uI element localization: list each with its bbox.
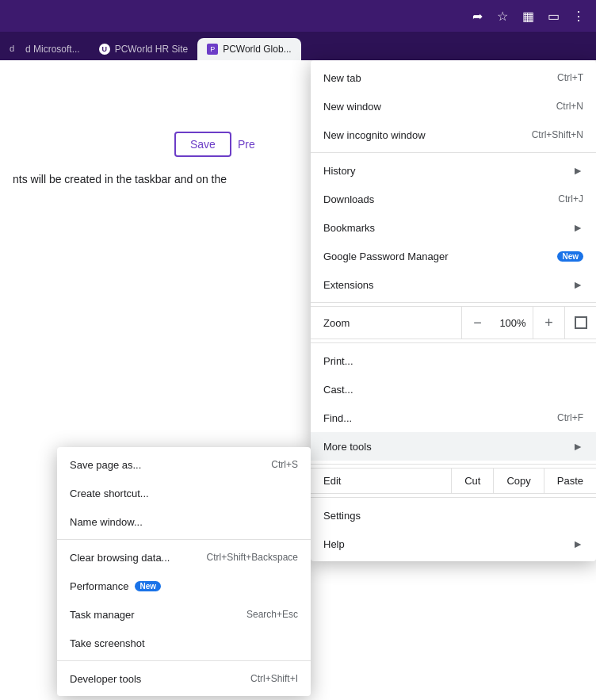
menu-item-find[interactable]: Find... Ctrl+F [311,404,596,432]
menu-item-performance[interactable]: Performance New [57,572,311,600]
menu-item-take-screenshot[interactable]: Take screenshot [57,629,311,657]
separator-2 [311,302,596,303]
copy-button[interactable]: Copy [493,469,543,493]
separator-5 [311,497,596,498]
tab-pcworld-hr[interactable]: U PCWorld HR Site [90,38,197,60]
edit-label: Edit [311,469,451,493]
menu-item-clear-browsing-data-shortcut: Ctrl+Shift+Backspace [207,552,298,563]
cut-button[interactable]: Cut [451,469,493,493]
password-manager-badge: New [557,251,583,262]
menu-item-downloads-shortcut: Ctrl+J [558,193,583,205]
menu-item-name-window[interactable]: Name window... [57,507,311,536]
menu-item-extensions[interactable]: Extensions ► [311,270,596,299]
menu-item-new-tab-shortcut: Ctrl+T [557,72,583,83]
menu-item-new-window-shortcut: Ctrl+N [556,101,583,112]
zoom-increase-button[interactable]: + [533,307,564,339]
puzzle-icon[interactable]: ▦ [517,5,539,27]
tab-pcworld-glob-favicon: P [207,44,218,55]
separator-3 [311,342,596,343]
zoom-controls: − 100% + [461,307,596,339]
menu-item-history-label: History [323,165,355,177]
menu-item-password-manager[interactable]: Google Password Manager New [311,242,596,270]
tab-pcworld-glob[interactable]: P PCWorld Glob... [197,38,300,60]
menu-item-help[interactable]: Help ► [311,530,596,558]
tab-microsoft-label: d Microsoft... [25,44,80,55]
menu-item-save-page-as-shortcut: Ctrl+S [271,459,298,470]
menu-item-save-page-as[interactable]: Save page as... Ctrl+S [57,450,311,479]
menu-item-bookmarks[interactable]: Bookmarks ► [311,213,596,242]
zoom-value: 100% [493,317,533,329]
zoom-decrease-button[interactable]: − [461,307,493,339]
preview-button[interactable]: Pre [238,138,255,151]
separator-1 [311,152,596,153]
extensions-chevron-icon: ► [572,278,583,291]
share-icon[interactable]: ➦ [466,5,488,27]
menu-item-find-shortcut: Ctrl+F [557,412,583,423]
zoom-label: Zoom [311,311,461,335]
menu-item-extensions-label: Extensions [323,279,374,291]
menu-item-new-incognito-label: New incognito window [323,129,426,141]
menu-item-new-incognito-shortcut: Ctrl+Shift+N [532,129,583,140]
paste-button[interactable]: Paste [544,469,596,493]
menu-item-downloads[interactable]: Downloads Ctrl+J [311,185,596,213]
menu-item-more-tools[interactable]: More tools ► [311,432,596,461]
fullscreen-icon [575,316,587,329]
menu-item-help-label: Help [323,538,345,550]
menu-item-cast-label: Cast... [323,384,353,396]
menu-item-task-manager-label: Task manager [70,609,135,621]
performance-badge: New [135,581,161,591]
menu-item-task-manager[interactable]: Task manager Search+Esc [57,600,311,629]
tab-microsoft[interactable]: d d Microsoft... [0,38,90,60]
tab-pcworld-hr-favicon: U [99,44,110,55]
menu-item-developer-tools-shortcut: Ctrl+Shift+I [250,673,298,684]
tab-microsoft-favicon: d [10,44,21,55]
menu-item-save-page-as-label: Save page as... [70,459,141,471]
menu-item-new-incognito[interactable]: New incognito window Ctrl+Shift+N [311,120,596,149]
menu-item-clear-browsing-data-label: Clear browsing data... [70,552,170,564]
tab-pcworld-hr-label: PCWorld HR Site [115,44,188,55]
menu-item-cast[interactable]: Cast... [311,375,596,404]
history-chevron-icon: ► [572,164,583,177]
edit-row: Edit Cut Copy Paste [311,468,596,494]
menu-item-performance-label: Performance [70,580,128,592]
separator-4 [311,464,596,465]
menu-item-settings[interactable]: Settings [311,501,596,530]
menu-item-password-manager-label: Google Password Manager [323,251,449,262]
menu-item-settings-label: Settings [323,510,361,522]
menu-item-more-tools-label: More tools [323,441,372,453]
more-tools-separator-2 [57,660,311,661]
more-tools-chevron-icon: ► [572,440,583,453]
menu-item-task-manager-shortcut: Search+Esc [246,609,298,620]
star-icon[interactable]: ☆ [491,5,514,27]
menu-item-print[interactable]: Print... [311,346,596,375]
save-button[interactable]: Save [174,132,231,157]
menu-item-developer-tools-label: Developer tools [70,673,141,685]
page-text: nts will be created in the taskbar and o… [0,171,287,188]
menu-icon[interactable]: ⋮ [567,5,590,27]
menu-item-history[interactable]: History ► [311,156,596,185]
menu-item-bookmarks-label: Bookmarks [323,222,375,234]
bookmarks-chevron-icon: ► [572,221,583,234]
menu-item-create-shortcut-label: Create shortcut... [70,488,149,499]
menu-item-performance-left: Performance New [70,580,161,592]
zoom-fullscreen-button[interactable] [564,307,596,339]
menu-item-new-tab[interactable]: New tab Ctrl+T [311,63,596,92]
tab-pcworld-glob-label: PCWorld Glob... [223,44,291,55]
menu-item-downloads-label: Downloads [323,193,374,205]
menu-item-create-shortcut[interactable]: Create shortcut... [57,479,311,507]
menu-item-new-window[interactable]: New window Ctrl+N [311,92,596,120]
zoom-row: Zoom − 100% + [311,306,596,339]
more-tools-separator-1 [57,539,311,540]
tab-bar: d d Microsoft... U PCWorld HR Site P PCW… [0,32,596,60]
menu-item-new-tab-label: New tab [323,72,361,84]
menu-item-print-label: Print... [323,355,353,367]
chrome-menu: New tab Ctrl+T New window Ctrl+N New inc… [311,60,596,561]
menu-item-clear-browsing-data[interactable]: Clear browsing data... Ctrl+Shift+Backsp… [57,543,311,572]
sidebar-icon[interactable]: ▭ [542,5,564,27]
browser-titlebar: ➦ ☆ ▦ ▭ ⋮ [0,0,596,32]
page-toolbar: Save Pre [174,132,255,157]
menu-item-name-window-label: Name window... [70,516,143,528]
help-chevron-icon: ► [572,537,583,550]
more-tools-menu: Save page as... Ctrl+S Create shortcut..… [57,447,311,696]
menu-item-developer-tools[interactable]: Developer tools Ctrl+Shift+I [57,664,311,693]
